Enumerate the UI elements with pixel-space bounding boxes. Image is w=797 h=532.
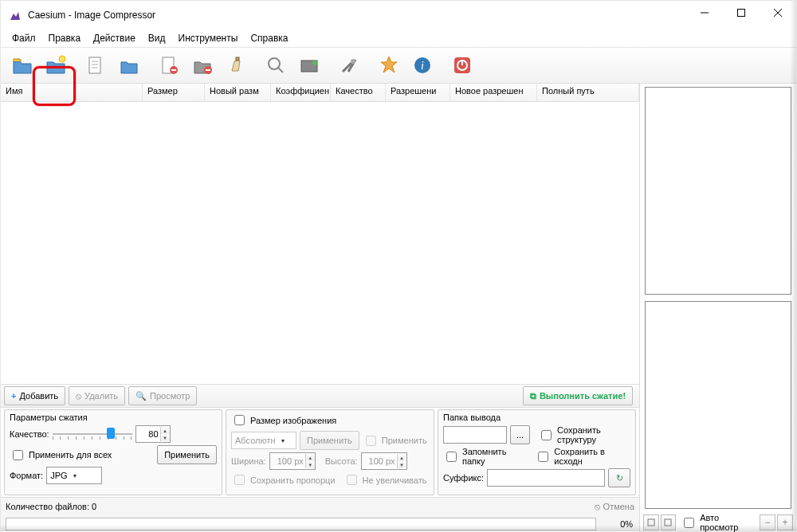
window-title: Caesium - Image Compressor xyxy=(28,10,155,21)
open-file-button[interactable] xyxy=(7,50,37,80)
remove-file-toolbar-button[interactable] xyxy=(154,50,184,80)
menu-action[interactable]: Действие xyxy=(87,31,142,45)
file-panel: Имя Размер Новый разм Коэффициен Качеств… xyxy=(1,84,640,532)
close-button[interactable] xyxy=(760,1,796,25)
remove-folder-toolbar-button[interactable] xyxy=(187,50,218,80)
keep-structure-label: Сохранить структуру xyxy=(557,425,630,444)
height-spin[interactable]: ▲▼ xyxy=(361,452,407,470)
preview-label: Просмотр xyxy=(150,391,190,401)
maximize-button[interactable] xyxy=(723,1,760,25)
table-col-ratio[interactable]: Коэффициен xyxy=(271,84,331,101)
table-col-newsize[interactable]: Новый разм xyxy=(205,84,271,101)
auto-preview-checkbox-input[interactable] xyxy=(684,518,694,528)
minimize-button[interactable] xyxy=(686,1,723,25)
menu-help[interactable]: Справка xyxy=(244,31,294,45)
svg-rect-14 xyxy=(236,57,239,61)
group-compression-title: Параметры сжатия xyxy=(10,413,217,422)
menu-file[interactable]: Файл xyxy=(6,31,42,45)
cancel-label: Отмена xyxy=(603,502,634,511)
svg-point-4 xyxy=(59,56,65,62)
no-enlarge-checkbox-input[interactable] xyxy=(347,475,357,485)
preview-button[interactable]: 🔍 Просмотр xyxy=(128,386,197,405)
refresh-icon: ↻ xyxy=(616,473,623,483)
quality-label: Качество: xyxy=(10,429,49,439)
statusbar: Количество файлов: 0 ⦸ Отмена 0% xyxy=(1,497,639,532)
preview-compressed xyxy=(645,301,791,509)
output-path-input[interactable] xyxy=(443,426,507,444)
remember-folder-checkbox-input[interactable] xyxy=(446,452,457,462)
size-apply-check[interactable]: Применить xyxy=(363,433,427,448)
preview-panel: Авто просмотр − + xyxy=(640,84,796,532)
table-col-resolution[interactable]: Разрешени xyxy=(386,84,450,101)
save-in-source-checkbox-input[interactable] xyxy=(538,452,548,462)
quality-slider[interactable] xyxy=(53,427,132,441)
size-enable-checkbox[interactable] xyxy=(234,415,245,425)
table-col-path[interactable]: Полный путь xyxy=(537,84,639,101)
no-enlarge-check[interactable]: Не увеличивать xyxy=(344,472,427,487)
app-icon xyxy=(9,9,22,22)
width-value[interactable] xyxy=(270,456,305,466)
apply-all-check[interactable]: Применить для всех xyxy=(10,448,112,463)
suffix-input[interactable] xyxy=(487,469,605,487)
file-table: Имя Размер Новый разм Коэффициен Качеств… xyxy=(1,84,639,385)
auto-preview-check[interactable]: Авто просмотр xyxy=(681,513,758,532)
size-apply-label: Применить xyxy=(307,436,352,445)
apply-all-label: Применить для всех xyxy=(29,450,112,460)
update-toolbar-button[interactable] xyxy=(374,50,404,80)
size-apply-button[interactable]: Применить xyxy=(300,431,359,450)
suffix-reset-button[interactable]: ↻ xyxy=(608,468,630,487)
exit-toolbar-button[interactable] xyxy=(447,50,477,80)
size-apply-checkbox-input[interactable] xyxy=(366,436,376,446)
keep-structure-check[interactable]: Сохранить структуру xyxy=(538,425,630,444)
zoom-out-button[interactable]: − xyxy=(760,514,775,530)
svg-rect-28 xyxy=(648,519,654,526)
add-folder-toolbar-button[interactable] xyxy=(114,50,144,80)
width-spin[interactable]: ▲▼ xyxy=(269,452,316,470)
info-toolbar-button[interactable]: i xyxy=(407,50,438,80)
app-window: Caesium - Image Compressor Файл Правка Д… xyxy=(0,0,797,532)
menu-edit[interactable]: Правка xyxy=(42,31,88,45)
zoom-in-button[interactable]: + xyxy=(777,514,793,530)
size-mode-combo[interactable]: Абсолютн ▼ xyxy=(231,432,296,449)
height-value[interactable] xyxy=(362,456,397,466)
table-col-quality[interactable]: Качество xyxy=(331,84,386,101)
format-combo[interactable]: JPG ▼ xyxy=(46,467,102,484)
file-table-body[interactable] xyxy=(1,102,639,384)
keep-ratio-check[interactable]: Сохранить пропорци xyxy=(231,472,336,487)
menu-view[interactable]: Вид xyxy=(142,31,172,45)
compress-toolbar-button[interactable] xyxy=(294,50,324,80)
table-col-name[interactable]: Имя xyxy=(1,84,143,101)
open-folder-button[interactable] xyxy=(41,50,71,80)
plus-icon: + xyxy=(11,391,16,401)
clear-list-toolbar-button[interactable] xyxy=(221,50,251,80)
compress-button[interactable]: ⧉ Выполнить сжатие! xyxy=(523,386,633,405)
settings-toolbar-button[interactable] xyxy=(334,50,364,80)
apply-quality-button[interactable]: Применить xyxy=(157,445,217,464)
remember-folder-check[interactable]: Запомнить папку xyxy=(443,447,527,466)
add-button[interactable]: + Добавить xyxy=(4,386,65,405)
progress-bar xyxy=(6,518,596,530)
quality-spinbox[interactable]: ▲▼ xyxy=(135,425,171,443)
list-action-row: + Добавить ⦸ Удалить 🔍 Просмотр ⧉ Выполн… xyxy=(1,385,639,408)
fit-compressed-button[interactable] xyxy=(661,514,677,530)
plus-icon: + xyxy=(782,517,787,528)
format-value: JPG xyxy=(50,471,67,480)
table-col-newres[interactable]: Новое разрешен xyxy=(450,84,537,101)
save-in-source-check[interactable]: Сохранить в исходн xyxy=(535,447,630,466)
cancel-button[interactable]: ⦸ Отмена xyxy=(595,502,634,512)
quality-value[interactable] xyxy=(136,429,160,439)
remember-folder-label: Запомнить папку xyxy=(462,447,527,466)
keep-structure-checkbox-input[interactable] xyxy=(541,430,552,440)
remove-button[interactable]: ⦸ Удалить xyxy=(69,386,125,405)
keep-ratio-checkbox-input[interactable] xyxy=(234,475,245,485)
preview-toolbar-button[interactable] xyxy=(261,50,291,80)
fit-original-button[interactable] xyxy=(643,514,659,530)
minus-icon: − xyxy=(764,517,770,528)
add-file-toolbar-button[interactable] xyxy=(80,50,111,80)
table-col-size[interactable]: Размер xyxy=(143,84,205,101)
size-mode-value: Абсолютн xyxy=(235,436,276,445)
apply-all-checkbox-input[interactable] xyxy=(13,450,23,460)
menu-tools[interactable]: Инструменты xyxy=(172,31,245,45)
svg-point-21 xyxy=(351,59,355,64)
browse-button[interactable]: ... xyxy=(510,425,530,444)
